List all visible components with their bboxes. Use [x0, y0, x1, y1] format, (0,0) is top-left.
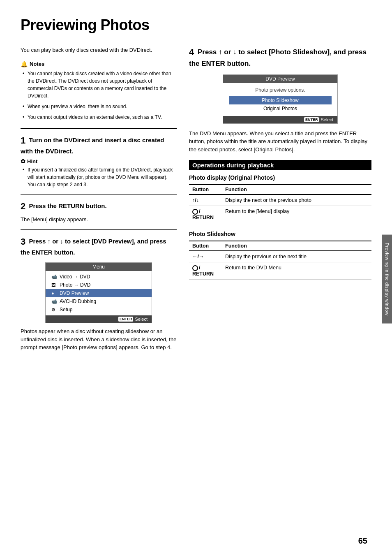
- step3-header: 3 Press ↑ or ↓ to select [DVD Preview], …: [21, 236, 177, 257]
- list-item: You cannot output videos to an external …: [23, 113, 177, 121]
- menu-item-dvd-preview-label: DVD Preview: [60, 290, 89, 296]
- menu-item-setup-label: Setup: [60, 307, 72, 313]
- dvd-preview-box: DVD Preview Photo preview options. Photo…: [223, 74, 338, 124]
- notes-list: You cannot play back discs created with …: [21, 70, 177, 121]
- function-cell: Display the previous or the next title: [222, 251, 371, 262]
- photo-display-section: Photo display (Original Photos) Button F…: [189, 174, 371, 223]
- notes-icon: 🔔: [21, 61, 28, 67]
- button-cell: / RETURN: [189, 262, 222, 279]
- notes-label: Notes: [30, 61, 44, 67]
- menu-item-dvd-preview: ● DVD Preview: [46, 289, 152, 297]
- notes-section: 🔔 Notes You cannot play back discs creat…: [21, 61, 177, 121]
- menu-item-avchd-label: AVCHD Dubbing: [60, 299, 96, 304]
- hint-label: Hint: [27, 158, 37, 164]
- setup-icon: ⚙: [51, 307, 57, 313]
- return-label: RETURN: [192, 215, 214, 220]
- photo-display-header: Photo display (Original Photos): [189, 174, 371, 181]
- dvd-preview-title: DVD Preview: [223, 75, 337, 83]
- step1: 1 Turn on the DVDirect and insert a disc…: [21, 134, 177, 189]
- table-row: / RETURN Return to the DVD Menu: [189, 262, 371, 279]
- step1-number: 1: [21, 135, 25, 146]
- dvd-enter-badge: ENTER: [304, 117, 319, 122]
- button-cell: ↑/↓: [189, 194, 222, 206]
- hint-header: ✿ Hint: [21, 158, 177, 164]
- table-row: ↑/↓ Display the next or the previous pho…: [189, 194, 371, 206]
- menu-items: 📹 Video → DVD 🖼 Photo → DVD ● DVD Previe…: [46, 271, 152, 315]
- menu-footer: ENTER Select: [46, 315, 152, 323]
- col-function: Function: [222, 185, 371, 194]
- page-number: 65: [358, 536, 367, 546]
- dvd-preview-body: Photo preview options. Photo Slideshow O…: [223, 83, 337, 114]
- dvd-option-slideshow: Photo Slideshow: [229, 96, 332, 104]
- menu-box: Menu 📹 Video → DVD 🖼 Photo → DVD ● DVD P…: [45, 262, 152, 323]
- menu-item-setup: ⚙ Setup: [46, 306, 152, 314]
- step4: 4 Press ↑ or ↓ to select [Photo Slidesho…: [189, 46, 371, 69]
- step1-text: Turn on the DVDirect and insert a disc c…: [21, 137, 164, 155]
- menu-item-video-label: Video → DVD: [60, 274, 90, 280]
- button-cell: ←/→: [189, 251, 222, 262]
- dvd-preview-footer: ENTER Select: [223, 116, 337, 123]
- step3-text: Press ↑ or ↓ to select [DVD Preview], an…: [21, 238, 166, 256]
- button-cell: / RETURN: [189, 206, 222, 223]
- hint-item: If you insert a finalized disc after tur…: [23, 166, 177, 188]
- col-button: Button: [189, 241, 222, 251]
- divider: [21, 128, 177, 129]
- enter-badge: ENTER: [118, 317, 134, 322]
- menu-item-avchd: 📹 AVCHD Dubbing: [46, 297, 152, 306]
- step4-text: Press ↑ or ↓ to select [Photo Slideshow]…: [189, 48, 367, 67]
- menu-item-video: 📹 Video → DVD: [46, 273, 152, 281]
- circle-icon: [192, 265, 198, 271]
- dvd-preview-icon: ●: [51, 291, 57, 296]
- return-label: RETURN: [192, 271, 214, 277]
- photo-display-table: Button Function ↑/↓ Display the next or …: [189, 184, 371, 223]
- function-cell: Display the next or the previous photo: [222, 194, 371, 206]
- photo-slideshow-section: Photo Slideshow Button Function ←/→ Disp…: [189, 231, 371, 280]
- list-item: You cannot play back discs created with …: [23, 70, 177, 100]
- step2-header: 2 Press the RETURN button.: [21, 200, 177, 213]
- hint-section: ✿ Hint If you insert a finalized disc af…: [21, 158, 177, 188]
- video-icon: 📹: [51, 274, 57, 280]
- menu-footer-label: Select: [135, 317, 148, 322]
- notes-header: 🔔 Notes: [21, 61, 177, 67]
- menu-item-photo-label: Photo → DVD: [60, 282, 90, 288]
- photo-slideshow-table: Button Function ←/→ Display the previous…: [189, 241, 371, 280]
- divider: [21, 194, 177, 194]
- sidebar-label: Previewing in the display window: [382, 234, 392, 324]
- ops-section-header: Operations during playback: [189, 160, 371, 170]
- dvd-footer-label: Select: [321, 117, 333, 122]
- dvd-preview-desc: Photo preview options.: [229, 87, 332, 93]
- photo-slideshow-header: Photo Slideshow: [189, 231, 371, 237]
- step2: 2 Press the RETURN button. The [Menu] di…: [21, 200, 177, 223]
- step3: 3 Press ↑ or ↓ to select [DVD Preview], …: [21, 236, 177, 257]
- step4-number: 4: [189, 47, 194, 57]
- hint-text: If you insert a finalized disc after tur…: [21, 166, 177, 188]
- function-cell: Return to the DVD Menu: [222, 262, 371, 279]
- step1-header: 1 Turn on the DVDirect and insert a disc…: [21, 134, 177, 156]
- step2-subtext: The [Menu] display appears.: [21, 215, 177, 224]
- step3-number: 3: [21, 236, 25, 247]
- function-cell: Return to the [Menu] display: [222, 206, 371, 223]
- col-button: Button: [189, 185, 222, 194]
- after-step4-text: The DVD Menu appears. When you select a …: [189, 130, 371, 154]
- avchd-icon: 📹: [51, 299, 57, 304]
- menu-title-bar: Menu: [46, 263, 152, 271]
- hint-icon: ✿: [21, 158, 25, 164]
- dvd-option-original: Original Photos: [229, 104, 332, 113]
- below-menu-text: Photos appear when a disc without creati…: [21, 327, 177, 352]
- table-row: / RETURN Return to the [Menu] display: [189, 206, 371, 223]
- intro-text: You can play back only discs created wit…: [21, 46, 177, 54]
- right-column: 4 Press ↑ or ↓ to select [Photo Slidesho…: [189, 46, 371, 352]
- col-function: Function: [222, 241, 371, 251]
- step2-number: 2: [21, 201, 25, 211]
- menu-item-photo: 🖼 Photo → DVD: [46, 281, 152, 289]
- circle-icon: [192, 209, 198, 215]
- step2-text: Press the RETURN button.: [29, 203, 106, 210]
- list-item: When you preview a video, there is no so…: [23, 103, 177, 110]
- table-row: ←/→ Display the previous or the next tit…: [189, 251, 371, 262]
- page-title: Previewing Photos: [21, 16, 371, 34]
- step4-header: 4 Press ↑ or ↓ to select [Photo Slidesho…: [189, 46, 371, 69]
- photo-icon: 🖼: [51, 282, 57, 287]
- divider: [21, 229, 177, 230]
- left-column: You can play back only discs created wit…: [21, 46, 177, 352]
